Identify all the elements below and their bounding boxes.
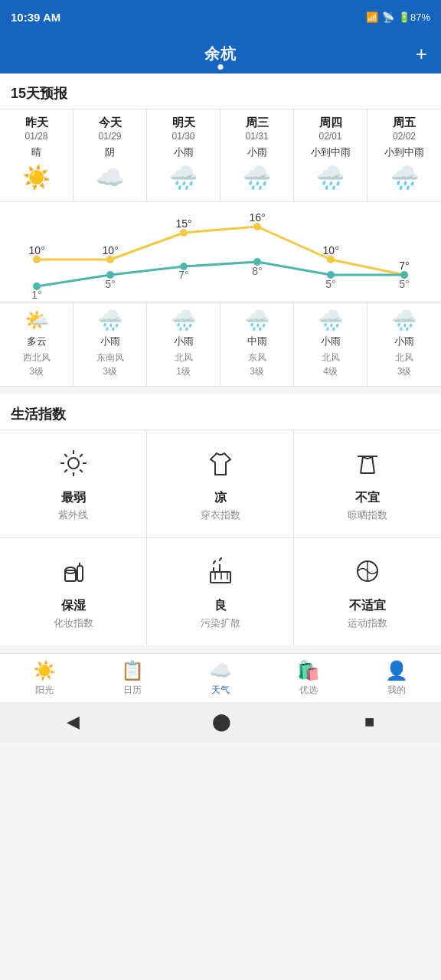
life-index-section: 生活指数 最弱 紫外线 凉 穿衣指数 不宜 晾晒指数 保湿 xyxy=(0,394,441,645)
status-time: 10:39 AM xyxy=(11,11,60,24)
forecast-night-col: 🌧️ 中雨 东风3级 xyxy=(220,302,294,386)
recent-apps-button[interactable]: ■ xyxy=(364,712,374,732)
add-city-button[interactable]: + xyxy=(416,42,427,66)
forecast-day-col: 明天 01/30 小雨 🌧️ xyxy=(147,109,220,201)
life-index-item[interactable]: 不适宜 运动指数 xyxy=(294,538,441,645)
svg-point-24 xyxy=(68,458,79,469)
life-item-icon xyxy=(206,557,235,592)
wind-info: 东南风3级 xyxy=(96,351,124,378)
night-desc: 小雨 xyxy=(321,335,341,348)
night-desc: 多云 xyxy=(27,335,47,348)
date-label: 01/29 xyxy=(98,131,121,142)
svg-rect-39 xyxy=(77,566,83,581)
weather-desc: 小雨 xyxy=(174,145,194,159)
day-weather-icon: 🌧️ xyxy=(316,164,345,191)
life-index-item[interactable]: 最弱 紫外线 xyxy=(0,430,147,538)
svg-text:7°: 7° xyxy=(178,269,188,281)
life-item-value: 最弱 xyxy=(61,490,86,506)
weather-desc: 晴 xyxy=(31,145,41,159)
life-item-label: 化妆指数 xyxy=(54,616,93,630)
life-grid: 最弱 紫外线 凉 穿衣指数 不宜 晾晒指数 保湿 化妆指数 良 xyxy=(0,430,441,645)
svg-line-34 xyxy=(361,456,363,473)
wifi-icon: 📡 xyxy=(382,11,394,23)
forecast-night-col: 🌧️ 小雨 北风4级 xyxy=(294,302,368,386)
life-item-value: 保湿 xyxy=(61,598,86,614)
nav-item-日历[interactable]: 📋 日历 xyxy=(121,660,144,697)
system-nav-bar: ◀ ⬤ ■ xyxy=(0,702,441,742)
svg-text:5°: 5° xyxy=(399,278,409,290)
life-item-icon xyxy=(59,449,88,484)
back-button[interactable]: ◀ xyxy=(67,712,80,732)
life-item-icon xyxy=(206,449,235,484)
night-weather-icon: 🌤️ xyxy=(24,309,49,332)
svg-text:10°: 10° xyxy=(28,244,44,256)
svg-line-32 xyxy=(64,469,67,472)
forecast-night-col: 🌤️ 多云 西北风3级 xyxy=(0,302,74,386)
forecast-table: 昨天 01/28 晴 ☀️ 今天 01/29 阴 ☁️ 明天 01/30 小雨 … xyxy=(0,109,441,202)
svg-text:10°: 10° xyxy=(102,244,118,256)
life-index-item[interactable]: 凉 穿衣指数 xyxy=(147,430,294,538)
svg-text:8°: 8° xyxy=(252,265,262,277)
life-item-icon xyxy=(353,557,382,592)
weather-desc: 小到中雨 xyxy=(384,145,424,159)
night-desc: 小雨 xyxy=(174,335,194,348)
day-weather-icon: 🌧️ xyxy=(390,164,419,191)
nav-item-阳光[interactable]: ☀️ 阳光 xyxy=(33,660,56,697)
night-weather-icon: 🌧️ xyxy=(245,309,270,332)
day-name: 周四 xyxy=(319,116,342,130)
life-item-label: 紫外线 xyxy=(58,508,88,522)
city-name: 余杭 xyxy=(204,44,237,64)
life-item-icon xyxy=(353,449,382,484)
nav-label: 我的 xyxy=(387,684,406,697)
life-item-value: 不适宜 xyxy=(349,598,386,614)
weather-desc: 阴 xyxy=(105,145,115,159)
svg-text:5°: 5° xyxy=(105,278,115,290)
life-item-icon xyxy=(59,557,88,592)
status-icons: 📶 📡 🔋87% xyxy=(366,11,430,23)
day-name: 明天 xyxy=(172,116,195,130)
life-index-item[interactable]: 保湿 化妆指数 xyxy=(0,538,147,645)
date-label: 01/30 xyxy=(172,131,194,142)
bottom-nav: ☀️ 阳光 📋 日历 ☁️ 天气 🛍️ 优选 👤 我的 xyxy=(0,653,441,702)
home-button[interactable]: ⬤ xyxy=(212,712,231,732)
life-item-value: 良 xyxy=(214,598,227,614)
svg-point-1 xyxy=(106,256,114,263)
svg-text:1°: 1° xyxy=(31,289,41,301)
nav-label: 阳光 xyxy=(35,684,54,697)
forecast-scroll[interactable]: 昨天 01/28 晴 ☀️ 今天 01/29 阴 ☁️ 明天 01/30 小雨 … xyxy=(0,109,441,202)
svg-point-0 xyxy=(33,256,41,263)
nav-label: 优选 xyxy=(299,684,318,697)
svg-text:15°: 15° xyxy=(175,217,191,230)
main-content: 15天预报 昨天 01/28 晴 ☀️ 今天 01/29 阴 ☁️ 明天 01/… xyxy=(0,74,441,387)
svg-point-4 xyxy=(327,256,335,263)
life-section-title: 生活指数 xyxy=(0,394,441,430)
life-index-item[interactable]: 良 污染扩散 xyxy=(147,538,294,645)
svg-point-2 xyxy=(180,229,188,237)
day-name: 昨天 xyxy=(25,116,48,130)
life-item-value: 凉 xyxy=(214,490,227,506)
day-weather-icon: 🌧️ xyxy=(169,164,198,191)
forecast-day-col: 昨天 01/28 晴 ☀️ xyxy=(0,109,74,201)
page-dot-indicator xyxy=(218,64,224,70)
forecast-night-col: 🌧️ 小雨 北风1级 xyxy=(147,302,220,386)
nav-item-天气[interactable]: ☁️ 天气 xyxy=(209,660,232,697)
date-label: 01/31 xyxy=(245,131,268,142)
temperature-chart: 10° 10° 15° 16° 10° 7° 1° 5° 7° 8° 5° 5° xyxy=(0,202,441,302)
night-desc: 小雨 xyxy=(394,335,414,348)
day-name: 今天 xyxy=(99,116,122,130)
nav-item-优选[interactable]: 🛍️ 优选 xyxy=(297,660,320,697)
forecast-day-col: 今天 01/29 阴 ☁️ xyxy=(74,109,147,201)
nav-item-我的[interactable]: 👤 我的 xyxy=(385,660,408,697)
life-index-item[interactable]: 不宜 晾晒指数 xyxy=(294,430,441,538)
status-bar: 10:39 AM 📶 📡 🔋87% xyxy=(0,0,441,34)
forecast-night-col: 🌧️ 小雨 东南风3级 xyxy=(74,302,147,386)
svg-point-3 xyxy=(253,223,261,230)
bottom-weather-details: 🌤️ 多云 西北风3级 🌧️ 小雨 东南风3级 🌧️ 小雨 北风1级 🌧️ 中雨… xyxy=(0,302,441,387)
life-item-label: 晾晒指数 xyxy=(348,508,387,522)
svg-line-29 xyxy=(64,454,67,457)
night-desc: 中雨 xyxy=(247,335,267,348)
wind-info: 北风3级 xyxy=(395,351,413,378)
wind-info: 北风1级 xyxy=(175,351,193,378)
forecast-night-col: 🌧️ 小雨 北风3级 xyxy=(368,302,441,386)
nav-label: 日历 xyxy=(123,684,142,697)
